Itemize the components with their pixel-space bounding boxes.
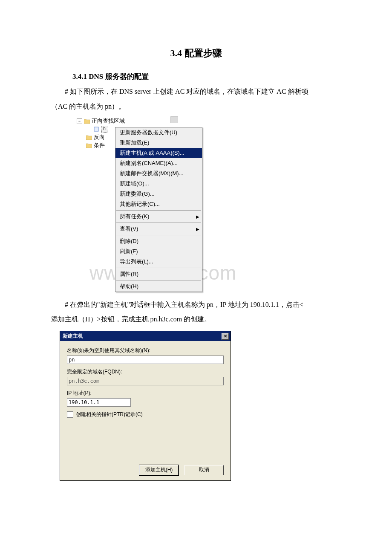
name-input[interactable]	[67, 356, 224, 364]
tree-item-reverse[interactable]: 反向	[94, 133, 105, 141]
menu-view-label: 查看(V)	[120, 225, 138, 232]
fqdn-label: 完全限定的域名(FQDN):	[67, 368, 224, 376]
menu-new-mx[interactable]: 新建邮件交换器(MX)(M)...	[115, 168, 202, 179]
folder-icon	[86, 135, 92, 140]
menu-view[interactable]: 查看(V) ▶	[115, 224, 202, 234]
menu-new-host[interactable]: 新建主机(A 或 AAAA)(S)...	[115, 148, 202, 158]
dialog-title: 新建主机	[63, 332, 83, 340]
ptr-checkbox[interactable]	[67, 411, 73, 418]
menu-reload[interactable]: 重新加载(E)	[115, 138, 202, 148]
menu-properties[interactable]: 属性(R)	[115, 269, 202, 279]
menu-new-delegation[interactable]: 新建委派(G)...	[115, 189, 202, 199]
tree-root-label[interactable]: 正向查找区域	[92, 117, 125, 125]
cancel-button[interactable]: 取消	[184, 465, 224, 475]
menu-refresh[interactable]: 刷新(F)	[115, 246, 202, 257]
ip-label: IP 地址(P):	[67, 390, 224, 397]
menu-other-records[interactable]: 其他新记录(C)...	[115, 199, 202, 209]
folder-icon	[86, 143, 92, 148]
ptr-label: 创建相关的指针(PTR)记录(C)	[76, 411, 143, 418]
dialog-titlebar[interactable]: 新建主机 ✕	[60, 331, 231, 341]
submenu-arrow-icon: ▶	[196, 226, 199, 231]
screenshot-new-host-dialog: 新建主机 ✕ 名称(如果为空则使用其父域名称)(N): 完全限定的域名(FQDN…	[60, 331, 231, 481]
add-host-button[interactable]: 添加主机(H)	[139, 465, 179, 475]
submenu-arrow-icon: ▶	[196, 214, 199, 219]
subsection-title: 3.4.1 DNS 服务器的配置	[72, 72, 341, 81]
name-label: 名称(如果为空则使用其父域名称)(N):	[67, 347, 224, 354]
paragraph-1b: （AC 的主机名为 pn）。	[51, 101, 341, 112]
menu-delete[interactable]: 删除(D)	[115, 236, 202, 246]
tree-item-conditional[interactable]: 条件	[94, 142, 105, 149]
ip-input[interactable]	[67, 398, 131, 407]
folder-icon	[84, 119, 90, 124]
menu-all-tasks-label: 所有任务(K)	[120, 213, 149, 220]
section-title: 3.4 配置步骤	[51, 47, 341, 60]
close-icon[interactable]: ✕	[222, 333, 229, 340]
menu-update-file[interactable]: 更新服务器数据文件(U)	[115, 127, 202, 138]
context-menu: 更新服务器数据文件(U) 重新加载(E) 新建主机(A 或 AAAA)(S)..…	[115, 127, 202, 292]
fqdn-input	[67, 377, 224, 385]
screenshot-context-menu: − 正向查找区域 h 反向	[77, 116, 281, 291]
menu-help[interactable]: 帮助(H)	[115, 281, 202, 292]
scrollbar-thumb[interactable]	[170, 116, 178, 123]
tree-selected-node[interactable]: h	[101, 126, 107, 133]
menu-new-domain[interactable]: 新建域(O)...	[115, 179, 202, 189]
menu-new-cname[interactable]: 新建别名(CNAME)(A)...	[115, 158, 202, 168]
paragraph-1a: # 如下图所示，在 DNS server 上创建 AC 对应的域名，在该域名下建…	[51, 87, 341, 97]
folder-icon	[94, 127, 100, 132]
paragraph-2b: 添加主机（H）>按钮，完成主机 pn.h3c.com 的创建。	[51, 314, 341, 325]
paragraph-2a: # 在弹出的"新建主机"对话框中输入主机名称为 pn，IP 地址为 190.10…	[51, 300, 341, 310]
svg-rect-0	[94, 127, 98, 131]
tree-collapse-icon[interactable]: −	[77, 119, 82, 124]
menu-export[interactable]: 导出列表(L)...	[115, 257, 202, 267]
menu-all-tasks[interactable]: 所有任务(K) ▶	[115, 211, 202, 222]
